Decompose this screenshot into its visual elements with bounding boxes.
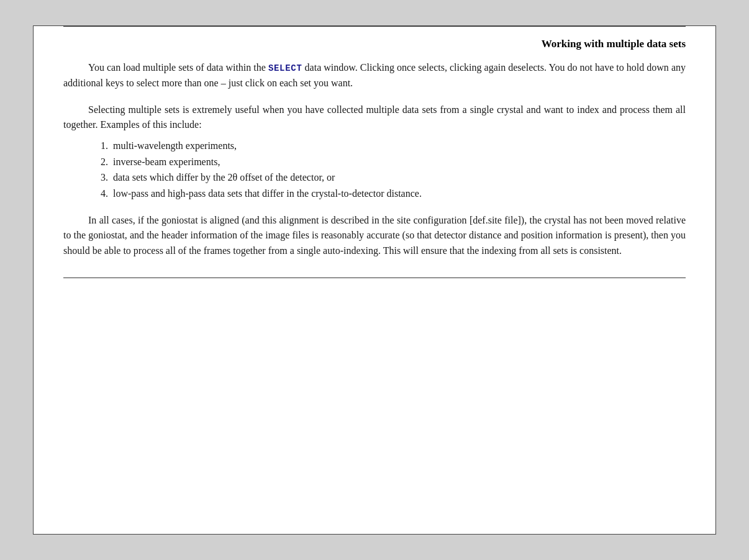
list-item: 2. inverse-beam experiments, [93, 154, 686, 170]
paragraph-3: In all cases, if the goniostat is aligne… [63, 213, 686, 259]
list-item: 1. multi-wavelength experiments, [93, 138, 686, 154]
paragraph-2: Selecting multiple sets is extremely use… [63, 102, 686, 133]
examples-list: 1. multi-wavelength experiments, 2. inve… [93, 138, 686, 201]
list-item: 4. low-pass and high-pass data sets that… [93, 186, 686, 202]
list-num-4: 4. [93, 186, 108, 202]
select-keyword: select [268, 63, 302, 73]
list-num-1: 1. [93, 138, 108, 154]
list-item-4-content: low-pass and high-pass data sets that di… [113, 186, 686, 202]
bottom-rule [63, 278, 686, 278]
list-item-3-content: data sets which differ by the 2θ offset … [113, 169, 686, 186]
document-box: Working with multiple data sets You can … [33, 25, 716, 535]
para3-content: In all cases, if the goniostat is aligne… [63, 215, 686, 256]
list-item: 3. data sets which differ by the 2θ offs… [93, 169, 686, 186]
list-item-2-content: inverse-beam experiments, [113, 154, 686, 170]
list-item-1-content: multi-wavelength experiments, [113, 138, 686, 154]
para2-content: Selecting multiple sets is extremely use… [63, 104, 686, 130]
para1-text-before-keyword: You can load multiple sets of data withi… [88, 62, 268, 73]
page-container: Working with multiple data sets You can … [0, 0, 749, 560]
section-title: Working with multiple data sets [63, 38, 686, 50]
top-rule [63, 26, 686, 27]
list-num-3: 3. [93, 169, 108, 186]
paragraph-1: You can load multiple sets of data withi… [63, 60, 686, 91]
list-num-2: 2. [93, 154, 108, 170]
